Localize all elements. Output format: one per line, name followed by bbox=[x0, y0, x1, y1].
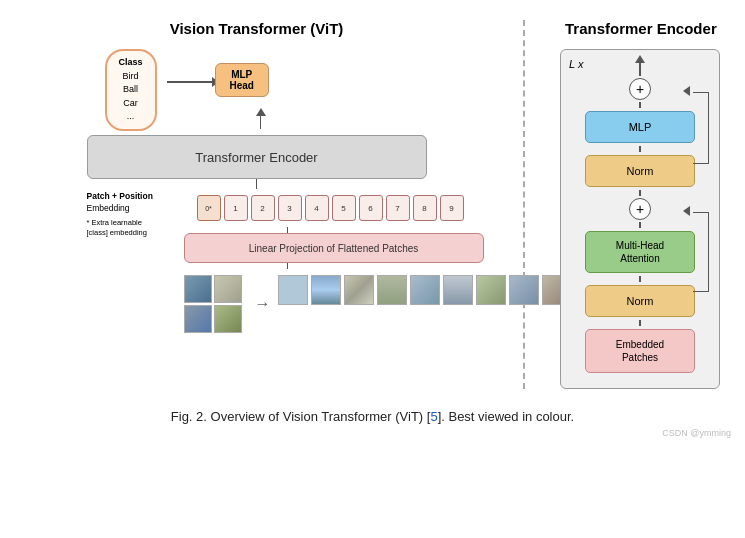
patch-token-0: 0* bbox=[197, 195, 221, 221]
vit-inner: Class Bird Ball Car ... MLP Head bbox=[87, 49, 427, 333]
images-row: → bbox=[184, 275, 572, 333]
enc-mha-label: Multi-Head Attention bbox=[616, 239, 664, 265]
car-label: Car bbox=[119, 97, 143, 111]
skip-arrow-top bbox=[693, 92, 709, 164]
enc-down-arrow bbox=[256, 179, 258, 189]
up-arrow-enc bbox=[260, 115, 262, 129]
class-label: Class bbox=[119, 56, 143, 70]
plus-to-mlp-arrow bbox=[639, 102, 641, 108]
caption-link[interactable]: 5 bbox=[430, 409, 437, 424]
source-img-2 bbox=[184, 305, 212, 333]
class-to-mlp-arrow bbox=[167, 81, 213, 83]
enc-norm1-label: Norm bbox=[627, 165, 654, 177]
source-img-1 bbox=[214, 275, 242, 303]
norm2-to-emb-arrow bbox=[639, 320, 641, 326]
ball-label: Ball bbox=[119, 83, 143, 97]
vit-section: Vision Transformer (ViT) Class Bird Ball… bbox=[10, 20, 513, 389]
mha-to-norm-arrow bbox=[639, 276, 641, 282]
caption: Fig. 2. Overview of Vision Transformer (… bbox=[10, 409, 735, 424]
source-image-grid bbox=[184, 275, 242, 333]
linear-proj-box: Linear Projection of Flattened Patches bbox=[184, 233, 484, 263]
patch-img-5 bbox=[443, 275, 473, 305]
section-separator bbox=[523, 20, 525, 389]
class-box: Class Bird Ball Car ... bbox=[105, 49, 157, 131]
embedded-label: Embedded Patches bbox=[616, 338, 664, 364]
patch-img-6 bbox=[476, 275, 506, 305]
source-img-0 bbox=[184, 275, 212, 303]
proj-to-images-arrow bbox=[287, 263, 289, 269]
main-diagram: Vision Transformer (ViT) Class Bird Ball… bbox=[10, 20, 735, 389]
patch-position-label: Patch + Position bbox=[87, 191, 153, 203]
patch-img-4 bbox=[410, 275, 440, 305]
encoder-section: Transformer Encoder L x + MLP bbox=[535, 20, 735, 389]
patch-img-0 bbox=[278, 275, 308, 305]
lx-label: L x bbox=[569, 58, 583, 70]
mlp-head-label2: Head bbox=[230, 80, 254, 91]
patches-area: Patch + Position Embedding * Extra learn… bbox=[87, 189, 427, 333]
patches-row: 0* 1 2 3 4 5 6 7 8 9 bbox=[197, 195, 464, 221]
patch-token-5: 5 bbox=[332, 195, 356, 221]
plus-bottom-label: + bbox=[636, 201, 644, 217]
patch-token-8: 8 bbox=[413, 195, 437, 221]
bird-label: Bird bbox=[119, 70, 143, 84]
patch-token-4: 4 bbox=[305, 195, 329, 221]
enc-norm2-label: Norm bbox=[627, 295, 654, 307]
patch-token-9: 9 bbox=[440, 195, 464, 221]
linear-proj-label: Linear Projection of Flattened Patches bbox=[249, 243, 419, 254]
plus-top-label: + bbox=[636, 81, 644, 97]
caption-text2: ]. Best viewed in colour. bbox=[438, 409, 575, 424]
transformer-encoder-label: Transformer Encoder bbox=[195, 150, 317, 165]
patch-token-3: 3 bbox=[278, 195, 302, 221]
patch-token-2: 2 bbox=[251, 195, 275, 221]
patch-img-3 bbox=[377, 275, 407, 305]
transformer-encoder-box: Transformer Encoder bbox=[87, 135, 427, 179]
caption-text: Fig. 2. Overview of Vision Transformer (… bbox=[171, 409, 431, 424]
enc-embedded-block: Embedded Patches bbox=[585, 329, 695, 373]
plus-to-mha-arrow bbox=[639, 222, 641, 228]
plus-circle-top: + bbox=[629, 78, 651, 100]
skip-arrow-bottom bbox=[693, 212, 709, 292]
watermark: CSDN @ymming bbox=[662, 428, 731, 438]
top-enc-arrow bbox=[639, 62, 641, 76]
encoder-diagram: L x + MLP Norm bbox=[560, 49, 720, 389]
enc-mlp-block: MLP bbox=[585, 111, 695, 143]
enc-mlp-label: MLP bbox=[629, 121, 652, 133]
extra-label2: [class] embedding bbox=[87, 228, 153, 239]
top-row: Class Bird Ball Car ... MLP Head bbox=[87, 49, 427, 129]
plus-circle-bottom: + bbox=[629, 198, 651, 220]
enc-mha-block: Multi-Head Attention bbox=[585, 231, 695, 273]
ellipsis-label: ... bbox=[119, 110, 143, 124]
norm1-to-plus-arrow bbox=[639, 190, 641, 196]
patch-img-1 bbox=[311, 275, 341, 305]
encoder-title: Transformer Encoder bbox=[565, 20, 717, 37]
extra-label: * Extra learnable bbox=[87, 218, 153, 229]
mlp-head-label: MLP bbox=[230, 69, 254, 80]
mlp-to-norm-arrow bbox=[639, 146, 641, 152]
vit-title: Vision Transformer (ViT) bbox=[170, 20, 344, 37]
patch-token-6: 6 bbox=[359, 195, 383, 221]
enc-norm1-block: Norm bbox=[585, 155, 695, 187]
embedding-label: Embedding bbox=[87, 203, 153, 215]
img-to-patches-arrow: → bbox=[255, 295, 271, 313]
source-img-3 bbox=[214, 305, 242, 333]
patch-token-1: 1 bbox=[224, 195, 248, 221]
patch-img-7 bbox=[509, 275, 539, 305]
patch-position-labels: Patch + Position Embedding * Extra learn… bbox=[87, 191, 153, 239]
patch-token-7: 7 bbox=[386, 195, 410, 221]
mlp-head-box: MLP Head bbox=[215, 63, 269, 97]
enc-norm2-block: Norm bbox=[585, 285, 695, 317]
patch-img-2 bbox=[344, 275, 374, 305]
